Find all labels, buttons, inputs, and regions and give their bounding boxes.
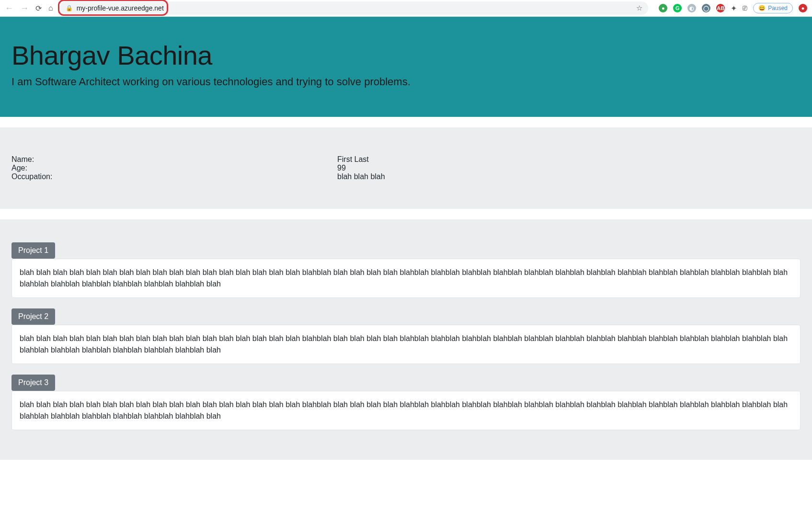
hero-banner: Bhargav Bachina I am Software Architect … bbox=[0, 17, 812, 117]
profile-paused-button[interactable]: 😄 Paused bbox=[753, 3, 793, 13]
extension-icon[interactable]: ◐ bbox=[687, 4, 696, 12]
overflow-icon[interactable]: ● bbox=[799, 4, 807, 12]
project-body: blah blah blah blah blah blah blah blah … bbox=[11, 325, 801, 364]
project-title-badge: Project 1 bbox=[11, 242, 55, 259]
info-row: Occupation: blah blah blah bbox=[11, 172, 801, 181]
lock-icon: 🔒 bbox=[66, 5, 73, 11]
info-value: blah blah blah bbox=[337, 172, 385, 181]
forward-button[interactable]: → bbox=[20, 3, 29, 13]
paused-label: Paused bbox=[768, 5, 788, 11]
page-title: Bhargav Bachina bbox=[11, 40, 801, 71]
address-bar[interactable]: 🔒 my-profile-vue.azureedge.net ☆ bbox=[60, 1, 649, 15]
cast-icon[interactable]: ⎚ bbox=[743, 4, 747, 12]
extensions-puzzle-icon[interactable]: ✦ bbox=[731, 4, 737, 13]
info-value: 99 bbox=[337, 164, 346, 172]
home-button[interactable]: ⌂ bbox=[48, 4, 53, 12]
bookmark-star-icon[interactable]: ☆ bbox=[636, 4, 642, 12]
url-text: my-profile-vue.azureedge.net bbox=[77, 4, 633, 12]
back-button[interactable]: ← bbox=[5, 3, 13, 13]
project-block: Project 1 blah blah blah blah blah blah … bbox=[11, 242, 801, 298]
extensions-area: ● G ◐ ◯ AB ✦ ⎚ 😄 Paused ● bbox=[655, 3, 807, 13]
profile-avatar-icon: 😄 bbox=[758, 5, 766, 11]
extension-icon[interactable]: ● bbox=[659, 4, 667, 12]
project-body: blah blah blah blah blah blah blah blah … bbox=[11, 259, 801, 298]
project-title-badge: Project 2 bbox=[11, 308, 55, 325]
info-row: Age: 99 bbox=[11, 164, 801, 172]
browser-toolbar: ← → ⟳ ⌂ 🔒 my-profile-vue.azureedge.net ☆… bbox=[0, 0, 812, 17]
info-label: Age: bbox=[11, 164, 337, 172]
extension-icon[interactable]: ◯ bbox=[702, 4, 710, 12]
info-value: First Last bbox=[337, 155, 369, 164]
page-subtitle: I am Software Architect working on vario… bbox=[11, 76, 801, 88]
project-block: Project 2 blah blah blah blah blah blah … bbox=[11, 308, 801, 364]
projects-section: Project 1 blah blah blah blah blah blah … bbox=[0, 219, 812, 460]
reload-button[interactable]: ⟳ bbox=[35, 4, 42, 13]
project-title-badge: Project 3 bbox=[11, 375, 55, 391]
project-block: Project 3 blah blah blah blah blah blah … bbox=[11, 375, 801, 430]
adblock-icon[interactable]: AB bbox=[716, 4, 725, 12]
grammarly-icon[interactable]: G bbox=[673, 4, 682, 12]
info-label: Occupation: bbox=[11, 172, 337, 181]
project-body: blah blah blah blah blah blah blah blah … bbox=[11, 391, 801, 430]
info-label: Name: bbox=[11, 155, 337, 164]
info-row: Name: First Last bbox=[11, 155, 801, 164]
info-section: Name: First Last Age: 99 Occupation: bla… bbox=[0, 127, 812, 209]
